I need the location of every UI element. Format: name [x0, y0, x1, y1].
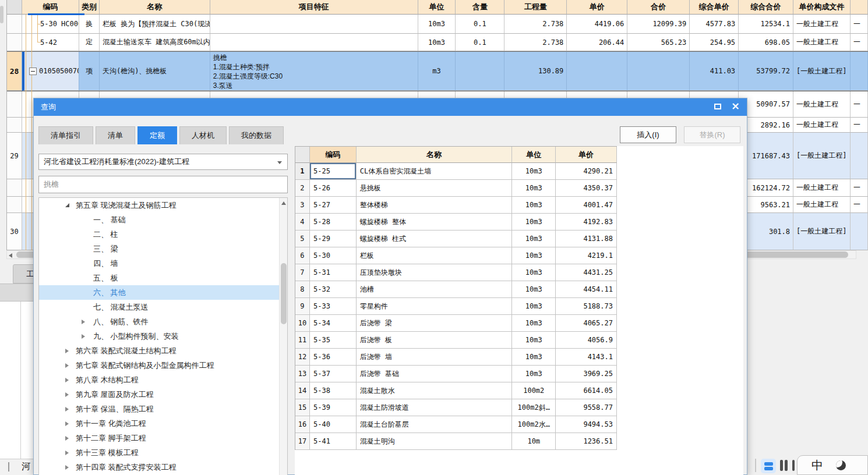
cell-qty[interactable]: 130.89: [504, 52, 567, 91]
collapsed-arrow-icon[interactable]: [65, 378, 69, 382]
quota-row[interactable]: 125-36后浇带 墙10m34143.1: [295, 349, 617, 366]
table-row[interactable]: 5-30 HC000…换栏板 换为【预拌混凝土 C30(现浇)】10m30.12…: [7, 15, 868, 34]
cell-num[interactable]: 29: [7, 133, 22, 179]
cell-comp_total[interactable]: 53799.72: [739, 52, 793, 91]
cell[interactable]: 1236.51: [556, 433, 617, 450]
cell[interactable]: 10m: [512, 433, 556, 450]
cell-price[interactable]: 4419.06: [567, 15, 627, 34]
cell[interactable]: 混凝土防滑坡道: [357, 399, 512, 416]
cell[interactable]: 混凝土明沟: [357, 433, 512, 450]
cell-code[interactable]: 010505007001: [22, 52, 79, 91]
cell-num[interactable]: [7, 197, 22, 213]
tab-定额[interactable]: 定额: [137, 126, 177, 144]
cell[interactable]: 4219.1: [556, 247, 617, 264]
tree-item[interactable]: 第十二章 脚手架工程: [39, 431, 287, 445]
cell[interactable]: 4192.83: [556, 214, 617, 231]
cell-more[interactable]: 一: [851, 91, 868, 118]
cell[interactable]: 整体楼梯: [357, 197, 512, 214]
cell-unit[interactable]: 10m3: [418, 34, 456, 51]
cell[interactable]: 混凝土散水: [357, 382, 512, 399]
cell[interactable]: 压顶垫块墩块: [357, 264, 512, 281]
quota-row[interactable]: 155-39混凝土防滑坡道100m2斜…9558.77: [295, 399, 617, 416]
collapsed-arrow-icon[interactable]: [82, 320, 85, 324]
tree-item[interactable]: 五、 板: [39, 271, 287, 285]
quota-row[interactable]: 15-25CL体系自密实混凝土墙10m34290.21: [295, 163, 617, 180]
collapsed-arrow-icon[interactable]: [65, 349, 69, 353]
cell-content[interactable]: 0.1: [456, 15, 504, 34]
cell-comp_price[interactable]: 4577.83: [690, 15, 739, 34]
maximize-icon[interactable]: [714, 104, 721, 109]
language-indicator[interactable]: 中: [811, 458, 823, 473]
cell-total[interactable]: [627, 52, 690, 91]
search-input[interactable]: [38, 176, 288, 193]
replace-button[interactable]: 替换(R): [684, 126, 740, 143]
quota-row[interactable]: 75-31压顶垫块墩块10m34431.25: [295, 264, 617, 281]
cell[interactable]: 8: [295, 281, 310, 298]
cell[interactable]: 10m3: [512, 180, 556, 197]
cell-more[interactable]: [851, 133, 868, 179]
cell[interactable]: 10m3: [512, 281, 556, 298]
cell[interactable]: 螺旋楼梯 整体: [357, 214, 512, 231]
insert-button[interactable]: 插入(I): [620, 126, 676, 143]
cell[interactable]: CL体系自密实混凝土墙: [357, 163, 512, 180]
tree-item[interactable]: 第十三章 模板工程: [39, 445, 287, 460]
quota-row[interactable]: 65-30栏板10m34219.1: [295, 247, 617, 264]
cell-more[interactable]: [851, 52, 868, 91]
collapsed-arrow-icon[interactable]: [65, 451, 69, 455]
moon-icon[interactable]: [836, 460, 846, 470]
cell[interactable]: 5188.73: [556, 298, 617, 315]
cell-more[interactable]: 一: [851, 34, 868, 51]
tree-item[interactable]: 七、 混凝土泵送: [39, 300, 287, 314]
tree-item[interactable]: 第十四章 装配式支撑安装工程: [39, 460, 287, 474]
cell[interactable]: 4454.11: [556, 281, 617, 298]
scroll-left-icon[interactable]: [9, 253, 12, 258]
tab-清单指引[interactable]: 清单指引: [38, 126, 93, 144]
cell-qty[interactable]: 2.738: [504, 34, 567, 51]
cell-cat[interactable]: 定: [79, 34, 100, 51]
cell-file[interactable]: 一般土建工程: [793, 118, 851, 133]
cell[interactable]: 3: [295, 197, 310, 214]
cell-more[interactable]: [851, 213, 868, 250]
cell-file[interactable]: 一般土建工程: [793, 91, 851, 118]
table-row[interactable]: 28010505007001项天沟(檐沟)、挑檐板挑檐 1.混凝土种类:预拌 2…: [7, 51, 868, 91]
cell[interactable]: 10: [295, 315, 310, 332]
cell[interactable]: 4431.25: [556, 264, 617, 281]
cell[interactable]: 5-39: [310, 399, 357, 416]
cell-features[interactable]: 挑檐 1.混凝土种类:预拌 2.混凝土强度等级:C30 3.泵送: [210, 52, 418, 91]
cell-file[interactable]: [一般土建工程]: [793, 133, 851, 179]
cell-more[interactable]: 一: [851, 15, 868, 34]
tab-我的数据[interactable]: 我的数据: [229, 126, 284, 144]
quota-row[interactable]: 85-32池槽10m34454.11: [295, 281, 617, 298]
cell[interactable]: 5: [295, 231, 310, 247]
collapsed-arrow-icon[interactable]: [65, 392, 69, 397]
cell[interactable]: 5-28: [310, 214, 357, 231]
quota-row[interactable]: 135-37后浇带 基础10m33969.25: [295, 366, 617, 382]
collapsed-arrow-icon[interactable]: [65, 421, 69, 426]
cell-content[interactable]: 0.1: [456, 34, 504, 51]
cell[interactable]: 10m3: [512, 197, 556, 214]
cell-code[interactable]: 5-42: [22, 34, 79, 51]
cell[interactable]: 6614.05: [556, 382, 617, 399]
cell-name[interactable]: 混凝土输送泵车 建筑高度60m以内: [100, 34, 210, 51]
tree-item[interactable]: 六、 其他: [39, 285, 287, 300]
cell[interactable]: 5-40: [310, 416, 357, 433]
cell[interactable]: 100m2斜…: [512, 399, 556, 416]
cell[interactable]: 10m3: [512, 349, 556, 366]
cell[interactable]: 零星构件: [357, 298, 512, 315]
cell[interactable]: 10m3: [512, 264, 556, 281]
pause-bars-icon[interactable]: [780, 460, 788, 471]
quota-row[interactable]: 115-35后浇带 板10m34056.9: [295, 332, 617, 349]
cell-qty[interactable]: 2.738: [504, 15, 567, 34]
cell[interactable]: 10m3: [512, 315, 556, 332]
dialog-titlebar[interactable]: 查询: [34, 98, 747, 116]
cell-more[interactable]: 一: [851, 118, 868, 133]
cell-price[interactable]: 206.44: [567, 34, 627, 51]
collapsed-arrow-icon[interactable]: [82, 334, 85, 339]
tree-item[interactable]: 第五章 现浇混凝土及钢筋工程: [39, 198, 287, 212]
quota-row[interactable]: 95-33零星构件10m35188.73: [295, 298, 617, 315]
cell[interactable]: 6: [295, 247, 310, 264]
cell-total[interactable]: 12099.39: [627, 15, 690, 34]
tree-item[interactable]: 第七章 装配式钢结构及小型金属构件工程: [39, 358, 287, 373]
cell[interactable]: 5-25: [310, 163, 357, 180]
cell-cat[interactable]: 换: [79, 15, 100, 34]
